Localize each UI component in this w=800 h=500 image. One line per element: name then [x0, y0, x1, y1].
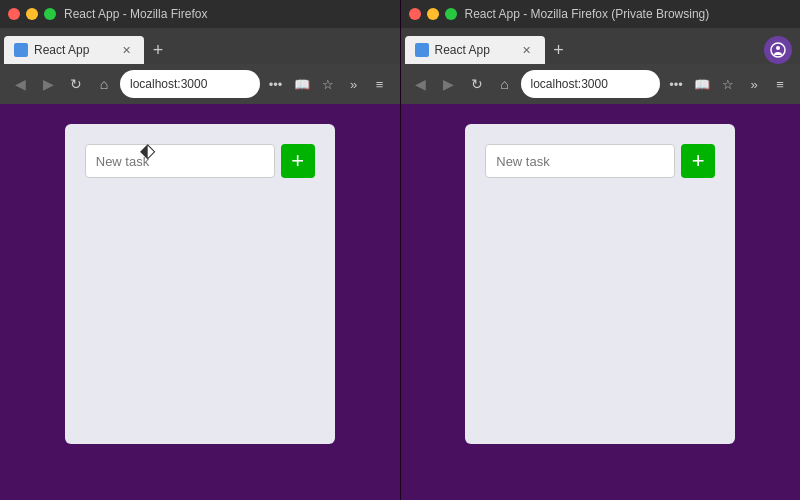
task-input-right[interactable] — [485, 144, 675, 178]
more-button-right[interactable]: ••• — [664, 72, 688, 96]
back-button-right[interactable]: ◀ — [409, 72, 433, 96]
tab-right[interactable]: React App ✕ — [405, 36, 545, 64]
close-button[interactable] — [8, 8, 20, 20]
forward-button-right[interactable]: ▶ — [437, 72, 461, 96]
nav-extras-right: ••• 📖 ☆ » ≡ — [664, 72, 792, 96]
reading-button-right[interactable]: 📖 — [690, 72, 714, 96]
maximize-button[interactable] — [44, 8, 56, 20]
tab-close-left[interactable]: ✕ — [118, 42, 134, 58]
url-text-right: localhost:3000 — [531, 77, 651, 91]
os-title-left: React App - Mozilla Firefox — [64, 7, 207, 21]
reload-button-right[interactable]: ↻ — [465, 72, 489, 96]
browser-content-right: + — [401, 104, 801, 500]
tab-bar-right: React App ✕ + — [401, 28, 801, 64]
browser-window-left: React App - Mozilla Firefox React App ✕ … — [0, 0, 401, 500]
tab-favicon-right — [415, 43, 429, 57]
url-bar-left[interactable]: localhost:3000 — [120, 70, 260, 98]
browser-chrome-right: React App ✕ + ◀ ▶ ↻ ⌂ — [401, 28, 801, 104]
hamburger-button-right[interactable]: ≡ — [768, 72, 792, 96]
close-button-right[interactable] — [409, 8, 421, 20]
new-tab-button-right[interactable]: + — [545, 36, 573, 64]
minimize-button-right[interactable] — [427, 8, 439, 20]
tab-bar-left: React App ✕ + — [0, 28, 400, 64]
private-browsing-badge — [764, 36, 792, 64]
forward-button-left[interactable]: ▶ — [36, 72, 60, 96]
tab-left[interactable]: React App ✕ — [4, 36, 144, 64]
browser-chrome-left: React App ✕ + ◀ ▶ ↻ ⌂ localhost:3000 •••… — [0, 28, 400, 104]
back-button-left[interactable]: ◀ — [8, 72, 32, 96]
home-button-right[interactable]: ⌂ — [493, 72, 517, 96]
overflow-button-left[interactable]: » — [342, 72, 366, 96]
hamburger-button-left[interactable]: ≡ — [368, 72, 392, 96]
home-button-left[interactable]: ⌂ — [92, 72, 116, 96]
nav-extras-left: ••• 📖 ☆ » ≡ — [264, 72, 392, 96]
reload-button-left[interactable]: ↻ — [64, 72, 88, 96]
task-input-left[interactable] — [85, 144, 275, 178]
browser-window-right: React App - Mozilla Firefox (Private Bro… — [401, 0, 801, 500]
tab-label-left: React App — [34, 43, 112, 57]
more-button-left[interactable]: ••• — [264, 72, 288, 96]
browser-content-left: + ⬖ — [0, 104, 400, 500]
app-card-right: + — [465, 124, 735, 444]
overflow-button-right[interactable]: » — [742, 72, 766, 96]
navbar-left: ◀ ▶ ↻ ⌂ localhost:3000 ••• 📖 ☆ » ≡ — [0, 64, 400, 104]
task-input-row-right: + — [485, 144, 715, 178]
os-window-controls-left[interactable] — [8, 8, 56, 20]
new-tab-button-left[interactable]: + — [144, 36, 172, 64]
tab-favicon-left — [14, 43, 28, 57]
os-titlebar-right: React App - Mozilla Firefox (Private Bro… — [401, 0, 801, 28]
reading-button-left[interactable]: 📖 — [290, 72, 314, 96]
app-card-left: + ⬖ — [65, 124, 335, 444]
maximize-button-right[interactable] — [445, 8, 457, 20]
os-titlebar-left: React App - Mozilla Firefox — [0, 0, 400, 28]
navbar-right: ◀ ▶ ↻ ⌂ localhost:3000 ••• 📖 ☆ » ≡ — [401, 64, 801, 104]
minimize-button[interactable] — [26, 8, 38, 20]
svg-point-1 — [776, 46, 780, 50]
add-task-button-right[interactable]: + — [681, 144, 715, 178]
tab-label-right: React App — [435, 43, 513, 57]
bookmark-button-left[interactable]: ☆ — [316, 72, 340, 96]
os-window-controls-right[interactable] — [409, 8, 457, 20]
bookmark-button-right[interactable]: ☆ — [716, 72, 740, 96]
url-bar-right[interactable]: localhost:3000 — [521, 70, 661, 98]
task-input-row-left: + — [85, 144, 315, 178]
tab-close-right[interactable]: ✕ — [519, 42, 535, 58]
url-text-left: localhost:3000 — [130, 77, 250, 91]
add-task-button-left[interactable]: + — [281, 144, 315, 178]
os-title-right: React App - Mozilla Firefox (Private Bro… — [465, 7, 710, 21]
